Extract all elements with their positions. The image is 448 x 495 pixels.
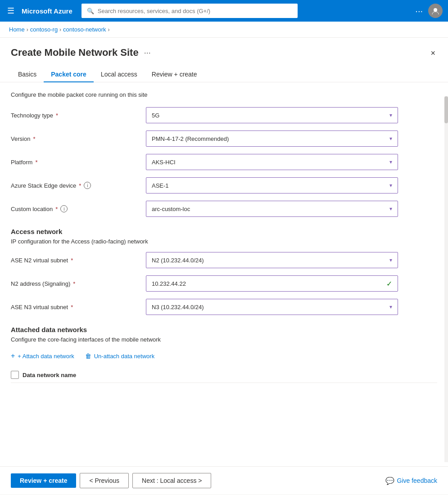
panel-title-row: Create Mobile Network Site ··· (11, 47, 151, 58)
breadcrumb-network[interactable]: contoso-network (63, 26, 106, 33)
tab-packet-core[interactable]: Packet core (44, 67, 94, 82)
breadcrumb: Home › contoso-rg › contoso-network › (0, 22, 448, 38)
topbar-right: ··· (415, 4, 443, 18)
breadcrumb-sep-2: › (59, 27, 61, 33)
custom-location-label: Custom location * i (11, 205, 146, 212)
feedback-icon: 💬 (385, 477, 394, 485)
version-dropdown[interactable]: PMN-4-17-2 (Recommended) ▾ (146, 130, 398, 147)
ase-device-label: Azure Stack Edge device * i (11, 182, 146, 189)
n2-address-row: N2 address (Signaling) * 10.232.44.22 ✓ (11, 275, 437, 292)
scrollbar-track[interactable] (444, 96, 448, 462)
ase-n2-subnet-dropdown[interactable]: N2 (10.232.44.0/24) ▾ (146, 252, 398, 268)
technology-type-required: * (56, 112, 58, 119)
ase-n3-subnet-control: N3 (10.232.44.0/24) ▾ (146, 299, 398, 315)
custom-location-required: * (55, 206, 58, 212)
custom-location-control: arc-custom-loc ▾ (146, 201, 398, 217)
main-panel: Create Mobile Network Site ··· × Basics … (0, 38, 448, 495)
ase-n2-subnet-label: ASE N2 virtual subnet * (11, 257, 146, 264)
version-value: PMN-4-17-2 (Recommended) (152, 135, 229, 142)
version-row: Version * PMN-4-17-2 (Recommended) ▾ (11, 130, 437, 147)
ase-n2-subnet-arrow-icon: ▾ (389, 257, 392, 263)
access-network-heading: Access network (11, 228, 437, 235)
n2-address-control: 10.232.44.22 ✓ (146, 275, 398, 292)
platform-dropdown[interactable]: AKS-HCI ▾ (146, 154, 398, 170)
platform-value: AKS-HCI (152, 159, 176, 166)
version-arrow-icon: ▾ (389, 135, 392, 142)
trash-icon: 🗑 (85, 352, 91, 360)
attached-networks-heading: Attached data networks (11, 326, 437, 333)
data-network-col-header: Data network name (23, 372, 76, 378)
tabs: Basics Packet core Local access Review +… (0, 60, 448, 82)
tab-basics[interactable]: Basics (11, 67, 44, 82)
footer-right: 💬 Give feedback (385, 477, 438, 485)
ase-device-required: * (79, 182, 81, 189)
unattach-network-button[interactable]: 🗑 Un-attach data network (85, 351, 154, 361)
review-create-button[interactable]: Review + create (11, 473, 76, 488)
ase-n3-subnet-row: ASE N3 virtual subnet * N3 (10.232.44.0/… (11, 299, 437, 315)
ase-n3-subnet-value: N3 (10.232.44.0/24) (152, 304, 204, 310)
topbar: ☰ Microsoft Azure 🔍 ··· (0, 0, 448, 22)
ase-device-control: ASE-1 ▾ (146, 177, 398, 194)
custom-location-value: arc-custom-loc (152, 206, 190, 212)
next-button[interactable]: Next : Local access > (132, 473, 211, 488)
scrollbar-thumb[interactable] (444, 96, 448, 123)
ase-n3-subnet-dropdown[interactable]: N3 (10.232.44.0/24) ▾ (146, 299, 398, 315)
custom-location-dropdown[interactable]: arc-custom-loc ▾ (146, 201, 398, 217)
avatar[interactable] (428, 4, 443, 18)
svg-point-0 (434, 8, 437, 12)
version-control: PMN-4-17-2 (Recommended) ▾ (146, 130, 398, 147)
custom-location-info-icon[interactable]: i (60, 205, 68, 212)
ase-n2-subnet-control: N2 (10.232.44.0/24) ▾ (146, 252, 398, 268)
section-description: Configure the mobile packet core running… (11, 91, 437, 98)
ase-device-row: Azure Stack Edge device * i ASE-1 ▾ (11, 177, 437, 194)
data-network-table-header: Data network name (11, 367, 437, 383)
hamburger-menu-icon[interactable]: ☰ (5, 4, 16, 18)
n2-address-required: * (73, 280, 75, 287)
plus-icon: + (11, 352, 15, 360)
technology-type-dropdown[interactable]: 5G ▾ (146, 107, 398, 123)
technology-type-label: Technology type * (11, 112, 146, 119)
ase-n3-subnet-arrow-icon: ▾ (389, 304, 392, 310)
ase-n2-subnet-value: N2 (10.232.44.0/24) (152, 257, 204, 264)
give-feedback-button[interactable]: 💬 Give feedback (385, 477, 438, 485)
ase-n2-subnet-row: ASE N2 virtual subnet * N2 (10.232.44.0/… (11, 252, 437, 268)
breadcrumb-sep-1: › (27, 27, 28, 33)
technology-type-value: 5G (152, 112, 159, 119)
platform-label: Platform * (11, 159, 146, 166)
platform-control: AKS-HCI ▾ (146, 154, 398, 170)
ase-device-value: ASE-1 (152, 182, 169, 189)
custom-location-arrow-icon: ▾ (389, 206, 392, 212)
breadcrumb-rg[interactable]: contoso-rg (30, 26, 58, 33)
search-bar[interactable]: 🔍 (81, 4, 298, 18)
network-actions: + + Attach data network 🗑 Un-attach data… (11, 350, 437, 362)
version-required: * (33, 135, 35, 142)
ase-device-info-icon[interactable]: i (84, 182, 91, 189)
technology-type-arrow-icon: ▾ (389, 112, 392, 118)
ase-n2-subnet-required: * (71, 257, 73, 264)
attach-network-button[interactable]: + + Attach data network (11, 350, 74, 362)
close-button[interactable]: × (429, 47, 437, 60)
platform-required: * (35, 159, 37, 166)
tab-review-create[interactable]: Review + create (145, 67, 204, 82)
n2-address-label: N2 address (Signaling) * (11, 280, 146, 287)
panel-title: Create Mobile Network Site (11, 47, 139, 58)
table-select-all-checkbox[interactable] (11, 371, 19, 379)
topbar-more-icon[interactable]: ··· (415, 6, 423, 16)
search-icon: 🔍 (87, 8, 94, 14)
feedback-label: Give feedback (397, 477, 438, 484)
platform-row: Platform * AKS-HCI ▾ (11, 154, 437, 170)
ase-device-arrow-icon: ▾ (389, 182, 392, 189)
content: Configure the mobile packet core running… (0, 82, 448, 466)
previous-button[interactable]: < Previous (80, 473, 129, 488)
version-label: Version * (11, 135, 146, 142)
n2-address-value: 10.232.44.22 (152, 280, 186, 287)
ase-device-dropdown[interactable]: ASE-1 ▾ (146, 177, 398, 194)
panel-header: Create Mobile Network Site ··· × (0, 38, 448, 60)
n2-address-input[interactable]: 10.232.44.22 ✓ (146, 275, 398, 292)
breadcrumb-sep-3: › (108, 27, 110, 33)
n2-address-check-icon: ✓ (386, 279, 392, 288)
search-input[interactable] (98, 8, 292, 14)
tab-local-access[interactable]: Local access (94, 67, 145, 82)
breadcrumb-home[interactable]: Home (9, 26, 25, 33)
panel-options-icon[interactable]: ··· (144, 48, 151, 58)
